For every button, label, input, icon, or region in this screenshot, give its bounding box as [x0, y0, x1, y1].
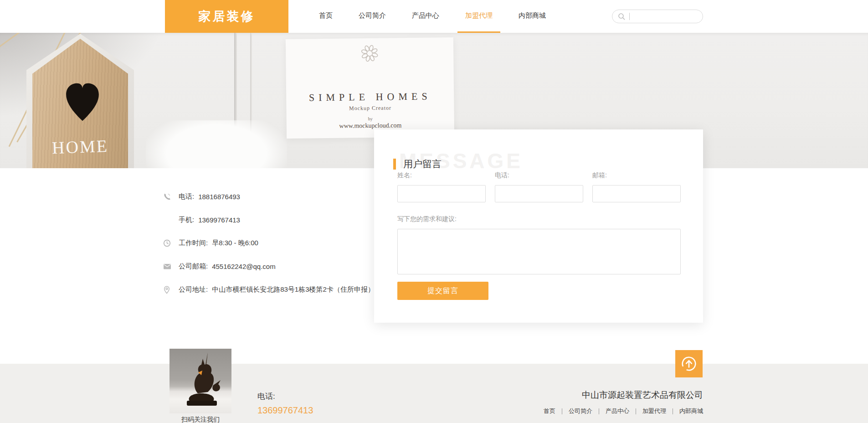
footer-nav-products[interactable]: 产品中心 [606, 407, 629, 415]
contact-row-email: 公司邮箱: 455162242@qq.com [163, 262, 375, 271]
main-nav: 首页 公司简介 产品中心 加盟代理 内部商城 [311, 0, 564, 33]
phone-icon [163, 193, 179, 201]
search-divider [629, 13, 630, 20]
white-chair-blur [146, 120, 287, 168]
mail-icon [163, 263, 179, 270]
contact-row-phone: 电话: 18816876493 [163, 192, 375, 201]
message-form-card: MESSAGE 用户留言 姓名: 电话: 邮箱: 写下您的需求和建议: 提交留言 [374, 129, 703, 323]
site-logo[interactable]: 家居装修 [165, 0, 288, 33]
search-icon[interactable] [618, 13, 626, 21]
nav-item-products[interactable]: 产品中心 [404, 0, 447, 33]
company-name: 中山市源起装置艺术品有限公司 [544, 389, 703, 401]
footer-nav-company[interactable]: 公司简介 [569, 407, 592, 415]
mock-card-title: SIMPLE HOMES [286, 90, 454, 104]
footer-nav-home[interactable]: 首页 [544, 407, 555, 415]
contact-label: 公司地址: [179, 285, 208, 294]
location-icon [163, 286, 179, 294]
mock-card-subtitle: Mockup Creator [286, 104, 454, 113]
contact-value: 早8:30 - 晚6:00 [212, 239, 258, 248]
name-field-label: 姓名: [397, 171, 486, 180]
search-input[interactable] [634, 13, 697, 20]
contact-label: 手机: [179, 216, 194, 224]
site-footer: 扫码关注我们 电话: 13699767413 中山市源起装置艺术品有限公司 首页… [0, 364, 868, 423]
contact-value: 455162242@qq.com [212, 263, 276, 270]
nav-separator [673, 408, 673, 414]
footer-nav-mall[interactable]: 内部商城 [679, 407, 703, 415]
scroll-to-top-button[interactable] [675, 350, 703, 377]
nav-separator [636, 408, 636, 414]
footer-nav: 首页 公司简介 产品中心 加盟代理 内部商城 [544, 407, 703, 415]
footer-nav-franchise[interactable]: 加盟代理 [642, 407, 666, 415]
page: 家居装修 首页 公司简介 产品中心 加盟代理 内部商城 [0, 0, 868, 423]
arrow-up-icon [680, 355, 698, 372]
contact-row-mobile: 手机: 13699767413 [163, 215, 375, 225]
search-box[interactable] [612, 10, 703, 23]
email-field[interactable] [592, 185, 681, 202]
nav-item-franchise[interactable]: 加盟代理 [457, 0, 500, 33]
contact-value: 中山市横栏镇长安北路83号1栋3楼第2卡（住所申报） [212, 285, 375, 294]
name-field[interactable] [397, 185, 486, 202]
contact-row-hours: 工作时间: 早8:30 - 晚6:00 [163, 238, 375, 248]
phone-field[interactable] [495, 185, 583, 202]
nav-item-home[interactable]: 首页 [311, 0, 340, 33]
house-home-text: HOME [26, 135, 134, 159]
contact-label: 工作时间: [179, 239, 208, 248]
contact-label: 电话: [179, 192, 194, 201]
contact-value: 13699767413 [198, 216, 240, 224]
qr-caption: 扫码关注我们 [169, 416, 231, 423]
message-textarea[interactable] [397, 229, 681, 274]
nav-separator [599, 408, 599, 414]
title-accent-bar [393, 159, 396, 170]
email-field-label: 邮箱: [592, 171, 681, 180]
mock-card-url: www.mockupcloud.com [287, 121, 454, 130]
qr-block: 扫码关注我们 [169, 349, 231, 423]
site-header: 家居装修 首页 公司简介 产品中心 加盟代理 内部商城 [0, 0, 868, 33]
contact-label: 公司邮箱: [179, 262, 208, 271]
form-grid: 姓名: 电话: 邮箱: [397, 171, 681, 202]
flower-ornament-icon [359, 43, 380, 64]
form-title: 用户留言 [403, 158, 442, 170]
submit-message-button[interactable]: 提交留言 [397, 282, 488, 300]
message-textarea-label: 写下您的需求和建议: [397, 215, 681, 223]
contact-value: 18816876493 [198, 193, 240, 201]
simple-homes-card: SIMPLE HOMES Mockup Creator by www.mocku… [286, 37, 454, 139]
nav-item-company[interactable]: 公司简介 [351, 0, 394, 33]
sculpture-photo [169, 349, 231, 413]
wooden-house-ornament: HOME [26, 34, 134, 168]
nav-separator [562, 408, 562, 414]
footer-phone-number: 13699767413 [257, 405, 313, 416]
sculpture-graphic [169, 349, 231, 413]
phone-field-label: 电话: [495, 171, 583, 180]
contact-list: 电话: 18816876493 手机: 13699767413 工作时间: 早8… [163, 192, 375, 308]
footer-phone-block: 电话: 13699767413 [257, 391, 313, 416]
heart-cutout-icon [65, 78, 100, 126]
nav-item-mall[interactable]: 内部商城 [511, 0, 554, 33]
footer-phone-label: 电话: [257, 391, 313, 402]
contact-row-address: 公司地址: 中山市横栏镇长安北路83号1栋3楼第2卡（住所申报） [163, 285, 375, 294]
clock-icon [163, 239, 179, 247]
